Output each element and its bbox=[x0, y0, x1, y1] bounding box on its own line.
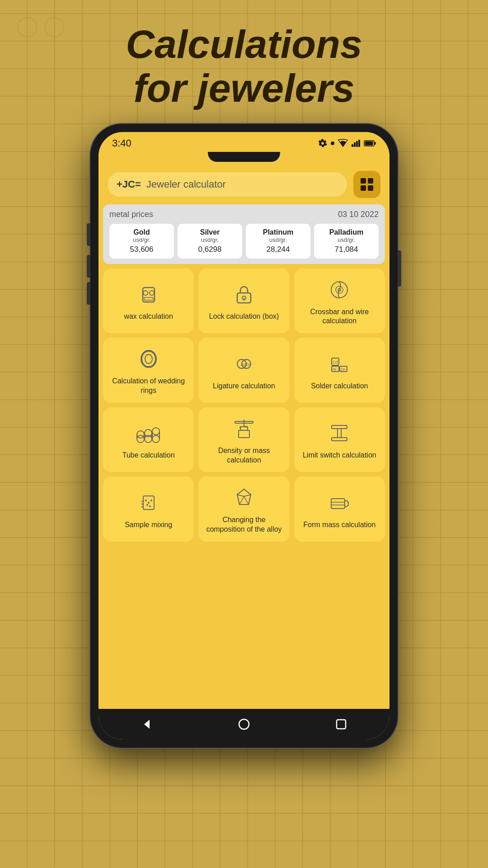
silver-name: Silver bbox=[181, 228, 239, 236]
home-button[interactable] bbox=[235, 715, 253, 733]
crossbar-tile-label: Crossbar and wire calculation bbox=[299, 307, 380, 326]
signal-icon bbox=[352, 140, 361, 147]
crossbar-tile[interactable]: Crossbar and wire calculation bbox=[294, 269, 385, 334]
svg-point-54 bbox=[145, 500, 147, 501]
lock-tile-label: Lock calculation (box) bbox=[209, 312, 279, 321]
wedding-rings-tile-label: Calculation of wedding rings bbox=[108, 377, 189, 396]
grid-view-button[interactable] bbox=[353, 171, 380, 198]
scale-icon: ρ m bbox=[231, 415, 257, 442]
battery-icon bbox=[364, 140, 376, 146]
app-logo: +JC= bbox=[117, 179, 141, 190]
gem-icon bbox=[231, 485, 257, 511]
notch bbox=[208, 152, 280, 162]
svg-rect-0 bbox=[352, 144, 353, 147]
metal-prices-section: metal prices 03 10 2022 Gold usd/gr. 53,… bbox=[103, 204, 385, 264]
recent-icon bbox=[335, 718, 347, 730]
bottom-nav bbox=[99, 709, 389, 740]
solder-tile-label: Solder calculation bbox=[311, 382, 368, 391]
alloy-composition-tile[interactable]: Changing the composition of the alloy bbox=[198, 476, 289, 542]
recent-button[interactable] bbox=[332, 715, 350, 733]
svg-rect-10 bbox=[144, 297, 153, 300]
svg-point-37 bbox=[152, 428, 160, 435]
palladium-price: 71,084 bbox=[318, 245, 375, 254]
svg-text:m: m bbox=[245, 425, 248, 429]
svg-point-9 bbox=[150, 291, 154, 295]
platinum-card: Platinum usd/gr. 28,244 bbox=[246, 224, 310, 259]
wax-calculation-tile[interactable]: wax calculation bbox=[103, 269, 194, 334]
svg-rect-5 bbox=[375, 142, 376, 145]
svg-rect-47 bbox=[332, 425, 347, 429]
solder-icon: Cd Ni Zn bbox=[326, 351, 352, 377]
platinum-name: Platinum bbox=[249, 228, 307, 236]
svg-point-55 bbox=[148, 502, 150, 504]
svg-rect-48 bbox=[332, 438, 347, 441]
svg-marker-62 bbox=[244, 495, 251, 505]
svg-point-18 bbox=[145, 354, 152, 363]
platinum-unit: usd/gr. bbox=[249, 236, 307, 243]
back-button[interactable] bbox=[138, 715, 156, 733]
solder-tile[interactable]: Cd Ni Zn Solder calculation bbox=[294, 338, 385, 403]
tube-tile[interactable]: Tube calculation bbox=[103, 407, 194, 472]
calculator-grid: wax calculation Lock calculati bbox=[99, 269, 389, 551]
sample-mixing-tile-label: Sample mixing bbox=[125, 520, 172, 530]
notch-area bbox=[99, 152, 389, 165]
mixing-icon bbox=[136, 490, 162, 516]
density-mass-tile[interactable]: ρ m Density or mass calculation bbox=[198, 407, 289, 472]
metal-prices-label: metal prices bbox=[109, 210, 153, 219]
svg-point-67 bbox=[239, 719, 249, 729]
home-icon bbox=[238, 718, 250, 731]
screen-content[interactable]: +JC= Jeweler calculator metal prices 03 … bbox=[99, 165, 389, 709]
platinum-price: 28,244 bbox=[249, 245, 307, 254]
palladium-name: Palladium bbox=[318, 228, 375, 236]
svg-rect-41 bbox=[239, 430, 249, 438]
svg-point-57 bbox=[146, 504, 148, 506]
tube-tile-label: Tube calculation bbox=[122, 451, 175, 460]
gold-price: 53,606 bbox=[113, 245, 170, 254]
ligature-tile-label: Ligature calculation bbox=[213, 382, 275, 391]
status-icons bbox=[318, 139, 376, 148]
svg-rect-68 bbox=[337, 720, 346, 729]
svg-marker-61 bbox=[237, 495, 244, 505]
header-section: Calculations for jewelers bbox=[99, 0, 389, 124]
silver-unit: usd/gr. bbox=[181, 236, 239, 243]
limit-switch-tile[interactable]: Limit switch calculation bbox=[294, 407, 385, 472]
wifi-icon bbox=[338, 139, 348, 147]
wax-icon bbox=[136, 281, 162, 307]
gold-unit: usd/gr. bbox=[113, 236, 170, 243]
grid-icon bbox=[361, 178, 373, 191]
notification-dot bbox=[331, 142, 334, 145]
settings-icon bbox=[318, 139, 327, 148]
density-tile-label: Density or mass calculation bbox=[203, 446, 285, 465]
phone-screen: 3:40 bbox=[99, 132, 389, 740]
form-mass-tile[interactable]: Form mass calculation bbox=[294, 476, 385, 542]
svg-rect-6 bbox=[365, 141, 373, 145]
palladium-unit: usd/gr. bbox=[318, 236, 375, 243]
ligature-tile[interactable]: Ag Zn Ligature calculation bbox=[198, 338, 289, 403]
svg-marker-66 bbox=[144, 720, 150, 729]
phone-mockup: 3:40 bbox=[90, 124, 398, 748]
svg-rect-3 bbox=[358, 140, 360, 147]
status-bar: 3:40 bbox=[99, 132, 389, 152]
svg-rect-63 bbox=[331, 499, 345, 509]
metal-prices-row: Gold usd/gr. 53,606 Silver usd/gr. 0,629… bbox=[109, 224, 379, 259]
lock-calculation-tile[interactable]: Lock calculation (box) bbox=[198, 269, 289, 334]
svg-rect-49 bbox=[338, 429, 341, 438]
form-mass-tile-label: Form mass calculation bbox=[303, 520, 375, 530]
app-name-label: Jeweler calculator bbox=[146, 179, 226, 190]
measure-icon bbox=[326, 490, 352, 516]
wax-tile-label: wax calculation bbox=[124, 312, 173, 321]
svg-text:Ni: Ni bbox=[333, 367, 337, 372]
gold-card: Gold usd/gr. 53,606 bbox=[109, 224, 174, 259]
silver-price: 0,6298 bbox=[181, 245, 239, 254]
tube-icon bbox=[136, 420, 162, 446]
sample-mixing-tile[interactable]: Sample mixing bbox=[103, 476, 194, 542]
svg-point-8 bbox=[143, 291, 148, 295]
crossbar-icon bbox=[326, 277, 352, 303]
ligature-icon: Ag Zn bbox=[231, 351, 257, 377]
wedding-rings-tile[interactable]: Calculation of wedding rings bbox=[103, 338, 194, 403]
svg-text:Cd: Cd bbox=[333, 360, 338, 364]
metal-prices-date: 03 10 2022 bbox=[338, 210, 379, 219]
status-time: 3:40 bbox=[112, 137, 131, 149]
search-bar[interactable]: +JC= Jeweler calculator bbox=[108, 172, 347, 197]
beam-icon bbox=[326, 420, 352, 446]
